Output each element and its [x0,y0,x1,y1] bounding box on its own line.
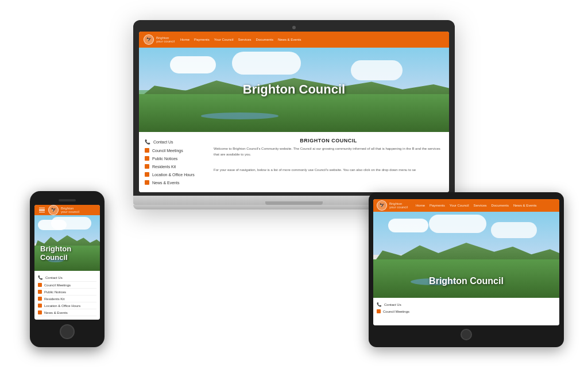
laptop-sidebar: 📞 Contact Us Council Meetings Public Not… [145,138,208,187]
phone-logo-icon: 🦅 [48,205,59,215]
tablet-navbar: 🦅 Brighton your council Home Payments Yo… [373,199,559,212]
phone-screen: 🦅 Brighton your council [34,205,100,320]
phone-hero-bg [34,215,100,271]
tablet-cloud-1 [388,219,428,232]
main-content-title: BRIGHTON COUNCIL [214,138,443,143]
tablet-content: 📞 Contact Us Council Meetings [373,298,559,325]
tablet-nav-home[interactable]: Home [416,204,425,207]
cloud-1 [170,56,216,73]
nav-news[interactable]: News & Events [278,38,301,41]
tablet-nav-services[interactable]: Services [474,204,487,207]
tablet-cloud-2 [429,215,486,233]
phone-speaker [59,199,76,201]
hamburger-line-3 [39,212,45,213]
hamburger-line-2 [39,209,45,211]
hamburger-menu-icon[interactable] [39,208,45,213]
phone-device: 🦅 Brighton your council [30,191,105,347]
tablet-device: 🦅 Brighton your council Home Payments Yo… [369,192,564,347]
tablet-logo-icon: 🦅 [377,200,387,211]
laptop-logo-icon: 🦅 [144,34,154,45]
laptop-frame: 🦅 Brighton your council Home Payments Yo… [133,20,455,196]
tablet-home-button[interactable] [461,329,472,340]
nav-payments[interactable]: Payments [194,38,210,41]
main-content-text-2: For your ease of navigation, below is a … [214,168,443,173]
phone-logo: 🦅 Brighton your council [48,205,79,215]
phone-logo-text: Brighton your council [61,207,79,213]
menu-council-meetings[interactable]: Council Meetings [145,146,208,154]
calendar-icon [145,148,149,153]
valley [139,94,449,132]
river [201,112,278,119]
tablet-hero: Brighton Council [373,212,559,298]
laptop-screen: 🦅 Brighton your council Home Payments Yo… [139,32,449,192]
tablet-menu-contact[interactable]: 📞 Contact Us [377,301,556,308]
phone-news-icon [38,310,42,314]
tablet-nav-links: Home Payments Your Council Services Docu… [416,204,537,207]
phone-home-button[interactable] [60,324,75,339]
cloud-3 [351,60,403,80]
laptop-hero: Brighton Council [139,48,449,132]
person-icon [145,164,149,169]
news-icon [145,180,149,185]
laptop-website: 🦅 Brighton your council Home Payments Yo… [139,32,449,192]
laptop-hero-title: Brighton Council [243,83,345,96]
laptop-camera [292,26,296,29]
tablet-logo-text: Brighton your council [389,202,408,209]
mockup-scene: 🦅 Brighton your council Home Payments Yo… [13,9,575,364]
phone-hero-title: Brighton Council [40,244,71,262]
phone-frame: 🦅 Brighton your council [30,191,105,347]
tablet-screen: 🦅 Brighton your council Home Payments Yo… [373,199,559,325]
phone-menu-residents[interactable]: Residents Kit [38,296,96,302]
laptop-nav-links: Home Payments Your Council Services Docu… [180,38,301,41]
nav-council[interactable]: Your Council [214,38,234,41]
tablet-nav-council[interactable]: Your Council [450,204,469,207]
phone-document-icon [38,290,42,294]
phone-menu-notices[interactable]: Public Notices [38,289,96,296]
laptop-logo-text: Brighton your council [156,36,175,43]
phone-cloud-2 [51,217,91,230]
menu-contact[interactable]: 📞 Contact Us [145,138,208,146]
tablet-website: 🦅 Brighton your council Home Payments Yo… [373,199,559,325]
phone-content: 📞 Contact Us Council Meetings Public Not… [34,271,100,320]
phone-menu-contact[interactable]: 📞 Contact Us [38,274,96,282]
laptop-device: 🦅 Brighton your council Home Payments Yo… [133,20,455,209]
phone-location-icon [38,304,42,308]
clock-icon [145,172,149,177]
hamburger-line-1 [39,208,45,209]
menu-news-events[interactable]: News & Events [145,178,208,187]
laptop-logo: 🦅 Brighton your council [144,34,175,45]
tablet-nav-documents[interactable]: Documents [492,204,509,207]
menu-location[interactable]: Location & Office Hours [145,170,208,178]
nav-home[interactable]: Home [180,38,189,41]
tablet-logo: 🦅 Brighton your council [377,200,408,211]
phone-hero: Brighton Council [34,215,100,271]
phone-contact-icon: 📞 [38,275,43,280]
main-content-text-1: Welcome to Brighton Council's Community … [214,146,443,157]
laptop-content-area: 📞 Contact Us Council Meetings Public Not… [139,132,449,192]
tablet-menu-council[interactable]: Council Meetings [377,308,556,314]
document-icon [145,156,149,161]
cloud-2 [232,52,301,75]
nav-documents[interactable]: Documents [256,38,273,41]
laptop-main-content: BRIGHTON COUNCIL Welcome to Brighton Cou… [214,138,443,187]
phone-menu-council[interactable]: Council Meetings [38,282,96,289]
phone-calendar-icon [38,283,42,287]
tablet-nav-payments[interactable]: Payments [430,204,445,207]
phone-residents-icon [38,297,42,301]
phone-menu-location[interactable]: Location & Office Hours [38,302,96,309]
menu-public-notices[interactable]: Public Notices [145,154,208,162]
phone-menu-news[interactable]: News & Events [38,309,96,316]
tablet-contact-icon: 📞 [377,302,382,307]
tablet-nav-news[interactable]: News & Events [513,204,537,207]
tablet-hero-title: Brighton Council [429,276,504,286]
laptop-navbar: 🦅 Brighton your council Home Payments Yo… [139,32,449,48]
nav-services[interactable]: Services [238,38,252,41]
phone-navbar: 🦅 Brighton your council [34,205,100,215]
phone-website: 🦅 Brighton your council [34,205,100,320]
phone-icon: 📞 [145,139,150,145]
tablet-calendar-icon [377,309,381,313]
menu-residents-kit[interactable]: Residents Kit [145,162,208,170]
tablet-cloud-3 [491,222,537,238]
tablet-frame: 🦅 Brighton your council Home Payments Yo… [369,192,564,347]
